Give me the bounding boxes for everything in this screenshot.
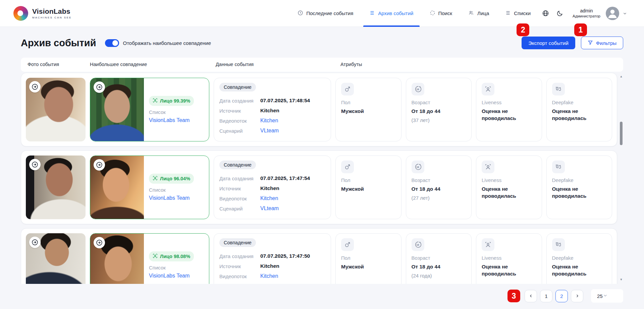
- prev-page-button[interactable]: [525, 290, 537, 302]
- open-match-arrow-icon[interactable]: [94, 81, 105, 93]
- scroll-up-icon[interactable]: ▲: [619, 75, 623, 78]
- open-match-arrow-icon[interactable]: [94, 159, 105, 171]
- visionlabs-logo-icon: [13, 6, 28, 21]
- open-match-arrow-icon[interactable]: [94, 237, 105, 248]
- face-scan-icon: [153, 176, 158, 182]
- field-value-link[interactable]: VLteam: [260, 283, 279, 284]
- match-photo[interactable]: [90, 78, 144, 141]
- event-fields: Дата создания07.07.2025, 17:47:54Источни…: [219, 173, 325, 213]
- open-event-arrow-icon[interactable]: [29, 159, 41, 170]
- event-field: Дата создания07.07.2025, 17:47:50: [219, 251, 325, 261]
- page-size-select[interactable]: 25: [591, 289, 623, 303]
- field-label: Источник: [219, 186, 260, 191]
- field-label: Дата создания: [219, 98, 260, 104]
- field-label: Видеопоток: [219, 196, 260, 201]
- attribute-card-age: 18 ВозрастОт 18 до 44(24 года): [406, 233, 472, 284]
- event-row: Лицо 96.04% Список VisionLabs Team Совпа…: [21, 150, 617, 224]
- page-title: Архив событий: [21, 38, 96, 49]
- brand-name: VisionLabs: [32, 7, 72, 15]
- faces-icon: [468, 10, 474, 17]
- match-list-link[interactable]: VisionLabs Team: [149, 195, 204, 201]
- nav-events-archive[interactable]: Архив событий: [369, 0, 413, 27]
- nav-label: Лица: [477, 10, 489, 16]
- export-events-button[interactable]: Экспорт событий: [522, 37, 575, 49]
- page-size-value: 25: [597, 293, 603, 299]
- show-top-match-toggle[interactable]: [105, 39, 119, 47]
- event-field: СценарийVLteam: [219, 281, 325, 284]
- pagination: 3 1 2 25: [21, 289, 623, 303]
- scrollbar-thumb[interactable]: [620, 122, 623, 145]
- svg-text:18: 18: [416, 243, 419, 246]
- field-label: Видеопоток: [219, 118, 260, 124]
- match-photo[interactable]: [90, 234, 144, 284]
- page-2-button[interactable]: 2: [555, 290, 568, 302]
- list-label: Список: [149, 109, 204, 115]
- face-scan-icon: [153, 98, 158, 104]
- event-fields: Дата создания07.07.2025, 17:48:54Источни…: [219, 96, 325, 136]
- deepfake-masks-icon: [552, 161, 565, 173]
- filters-button[interactable]: Фильтры: [581, 37, 623, 49]
- male-icon: [341, 161, 354, 173]
- archive-list-icon: [369, 10, 375, 17]
- column-header-attributes: Атрибуты: [340, 62, 362, 67]
- scrollbar[interactable]: ▲ ▼: [619, 75, 623, 281]
- liveness-face-icon: [482, 238, 494, 251]
- nav-search[interactable]: Поиск: [430, 0, 452, 27]
- event-field: Дата создания07.07.2025, 17:47:54: [219, 173, 325, 183]
- attribute-card-liveness: LivenessОценка не проводилась: [476, 233, 542, 284]
- event-fields: Дата создания07.07.2025, 17:47:50Источни…: [219, 251, 325, 284]
- age-18-icon: 18: [412, 161, 424, 173]
- match-type-tag: Совпадение: [219, 161, 256, 169]
- language-globe-icon[interactable]: [542, 10, 549, 17]
- event-field: ВидеопотокKitchen: [219, 116, 325, 126]
- next-page-button[interactable]: [571, 290, 583, 302]
- attribute-card-deepfake: DeepfakeОценка не проводилась: [546, 233, 612, 284]
- field-value: Kitchen: [260, 108, 279, 114]
- dark-mode-moon-icon[interactable]: [556, 10, 563, 17]
- nav-faces[interactable]: Лица: [468, 0, 489, 27]
- match-photo[interactable]: [90, 156, 144, 219]
- event-field: СценарийVLteam: [219, 203, 325, 213]
- page-1-button[interactable]: 1: [540, 290, 552, 302]
- field-value-link[interactable]: VLteam: [260, 205, 279, 211]
- match-list-link[interactable]: VisionLabs Team: [149, 117, 204, 123]
- event-photo[interactable]: [26, 78, 86, 141]
- field-value-link[interactable]: Kitchen: [260, 118, 278, 124]
- user-menu-chevron-down-icon[interactable]: [623, 11, 627, 16]
- scroll-down-icon[interactable]: ▼: [619, 278, 623, 281]
- svg-text:18: 18: [416, 88, 419, 91]
- match-score-badge: Лицо 96.04%: [149, 174, 194, 184]
- match-list-link[interactable]: VisionLabs Team: [149, 273, 204, 279]
- nav-label: Архив событий: [378, 10, 413, 16]
- event-data-card: Совпадение Дата создания07.07.2025, 17:4…: [214, 78, 331, 141]
- field-label: Видеопоток: [219, 273, 260, 279]
- avatar[interactable]: [606, 7, 619, 20]
- event-photo[interactable]: [26, 233, 86, 284]
- field-value-link[interactable]: Kitchen: [260, 273, 278, 279]
- event-row: Лицо 99.39% Список VisionLabs Team Совпа…: [21, 73, 617, 146]
- match-type-tag: Совпадение: [219, 238, 256, 247]
- events-list: Лицо 99.39% Список VisionLabs Team Совпа…: [21, 73, 623, 284]
- nav-lists[interactable]: Списки: [505, 0, 531, 27]
- event-field: ИсточникKitchen: [219, 261, 325, 271]
- chevron-down-icon: [603, 293, 608, 299]
- attribute-card-gender: ПолМужской: [335, 78, 401, 141]
- field-label: Сценарий: [219, 284, 260, 284]
- nav-label: Поиск: [438, 10, 452, 16]
- attribute-card-liveness: LivenessОценка не проводилась: [476, 156, 542, 219]
- nav-latest-events[interactable]: Последние события: [298, 0, 353, 27]
- field-value-link[interactable]: Kitchen: [260, 195, 278, 201]
- event-photo[interactable]: [26, 156, 86, 219]
- match-score-badge: Лицо 98.08%: [149, 251, 194, 261]
- attribute-card-gender: ПолМужской: [335, 156, 401, 219]
- open-event-arrow-icon[interactable]: [29, 81, 41, 92]
- field-label: Дата создания: [219, 253, 260, 259]
- field-value-link[interactable]: VLteam: [260, 128, 279, 134]
- attribute-card-deepfake: DeepfakeОценка не проводилась: [546, 78, 612, 141]
- field-value: Kitchen: [260, 263, 279, 269]
- open-event-arrow-icon[interactable]: [29, 237, 41, 248]
- search-scan-icon: [430, 10, 435, 17]
- brand-logo: VisionLabs MACHINES CAN SEE: [13, 6, 72, 21]
- event-row: Лицо 98.08% Список VisionLabs Team Совпа…: [21, 228, 617, 284]
- match-type-tag: Совпадение: [219, 83, 256, 91]
